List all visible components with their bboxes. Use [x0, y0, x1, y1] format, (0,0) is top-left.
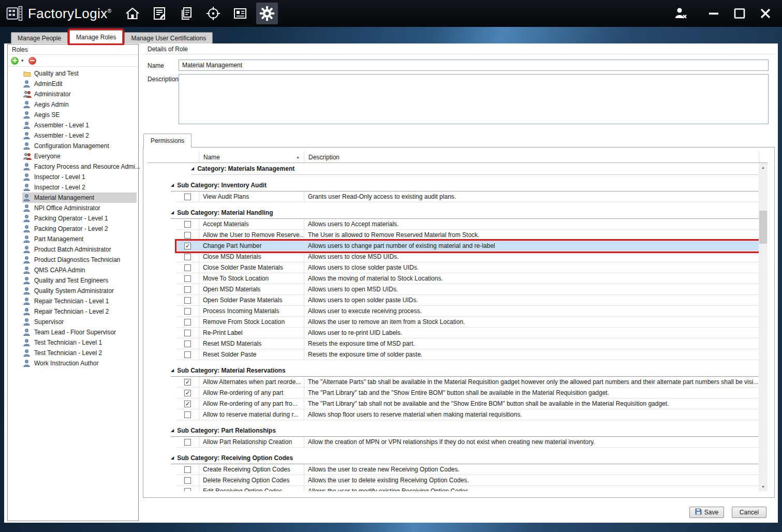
permission-checkbox[interactable] — [184, 264, 191, 271]
permission-checkbox[interactable] — [184, 351, 191, 358]
expander-icon[interactable]: ◢ — [171, 428, 174, 433]
permission-row[interactable]: Re-Print LabelAllows user to re-print UI… — [176, 328, 759, 338]
settings-icon[interactable] — [256, 3, 278, 24]
permission-checkbox[interactable] — [184, 221, 191, 228]
expander-icon[interactable]: ◢ — [171, 456, 174, 460]
production-icon[interactable] — [149, 3, 170, 24]
tab-manage-roles[interactable]: Manage Roles — [69, 30, 123, 43]
maximize-icon[interactable] — [731, 5, 748, 22]
permission-row[interactable]: Close MSD MaterialsAllows users to close… — [176, 252, 759, 262]
save-button[interactable]: Save — [689, 507, 724, 518]
role-item-product-batch-administrator[interactable]: Product Batch Administrator — [8, 244, 138, 255]
permission-checkbox[interactable] — [184, 232, 191, 239]
role-item-repair-technician-level-2[interactable]: Repair Technician - Level 2 — [8, 306, 138, 317]
role-name-field[interactable] — [179, 60, 769, 71]
permission-row[interactable]: Allow to reserve material during r...All… — [176, 409, 759, 420]
permission-checkbox[interactable]: ✓ — [184, 401, 191, 407]
category-header[interactable]: ◢Category: Materials Management — [191, 163, 759, 175]
permission-checkbox[interactable] — [184, 254, 191, 260]
expander-icon[interactable]: ◢ — [191, 167, 194, 171]
permission-checkbox[interactable] — [184, 286, 191, 293]
permission-row[interactable]: Create Receiving Option CodesAllows the … — [176, 464, 759, 475]
scrollbar-thumb[interactable] — [759, 211, 767, 244]
expander-icon[interactable]: ◢ — [171, 183, 174, 187]
permission-row[interactable]: ✓Allow Re-ordering of any partThe "Part … — [176, 388, 759, 398]
permission-checkbox[interactable] — [184, 488, 191, 492]
scroll-down-icon[interactable]: ▼ — [759, 482, 768, 491]
tab-manage-user-certifications[interactable]: Manage User Certifications — [124, 32, 213, 43]
remove-role-button[interactable] — [28, 57, 36, 65]
permission-row[interactable]: Remove From Stock LocationAllows the use… — [176, 317, 759, 328]
role-item-repair-technician-level-1[interactable]: Repair Technician - Level 1 — [8, 296, 138, 306]
expander-icon[interactable]: ◢ — [171, 211, 174, 215]
permission-row[interactable]: Delete Receiving Option CodesAllows the … — [176, 475, 759, 486]
role-item-test-technician-level-2[interactable]: Test Technician - Level 2 — [8, 348, 138, 358]
permission-checkbox[interactable]: ✓ — [184, 243, 191, 249]
role-item-aegis-admin[interactable]: Aegis Admin — [8, 99, 138, 110]
reports-icon[interactable] — [229, 3, 251, 24]
subcategory-header[interactable]: ◢Sub Category: Inventory Audit — [171, 179, 759, 191]
minimize-icon[interactable] — [705, 5, 722, 22]
role-item-quality-and-test-engineers[interactable]: Quality and Test Engineers — [8, 275, 138, 286]
description-column-header[interactable]: Description — [304, 152, 759, 162]
tab-manage-people[interactable]: Manage People — [11, 32, 68, 43]
subcategory-header[interactable]: ◢Sub Category: Material Reservations — [171, 364, 759, 377]
role-item-npi-office-administrator[interactable]: NPI Office Administrator — [8, 203, 138, 213]
permission-row[interactable]: Reset Solder PasteResets the exposure ti… — [176, 349, 759, 360]
cancel-button[interactable]: Cancel — [732, 507, 766, 518]
add-role-button[interactable] — [11, 57, 19, 65]
permission-row[interactable]: Reset MSD MaterialsResets the exposure t… — [176, 338, 759, 349]
role-item-work-instruction-author[interactable]: Work Instruction Author — [8, 358, 138, 368]
permission-row[interactable]: Open MSD MaterialsAllows users to open M… — [176, 284, 759, 295]
permission-checkbox[interactable]: ✓ — [184, 379, 191, 386]
permission-row[interactable]: Allow the User to Remove Reserve...The U… — [176, 230, 759, 241]
permission-checkbox[interactable] — [184, 319, 191, 326]
permission-row[interactable]: Close Solder Paste MaterialsAllows users… — [176, 262, 759, 273]
vertical-scrollbar[interactable]: ▲ ▼ — [759, 163, 768, 491]
permission-row[interactable]: Move To Stock LocationAllows the moving … — [176, 273, 759, 284]
permission-checkbox[interactable]: ✓ — [184, 390, 191, 396]
role-item-inspector-level-1[interactable]: Inspector - Level 1 — [8, 172, 138, 182]
permission-row[interactable]: Process Incoming MaterialsAllows user to… — [176, 306, 759, 317]
role-item-supervisor[interactable]: Supervisor — [8, 317, 138, 327]
permission-row[interactable]: Accept MaterialsAllows users to Accept m… — [176, 219, 759, 230]
role-item-team-lead-floor-supervisor[interactable]: Team Lead - Floor Supervisor — [8, 327, 138, 337]
permission-checkbox[interactable] — [184, 341, 191, 347]
permission-checkbox[interactable] — [184, 411, 191, 418]
subcategory-header[interactable]: ◢Sub Category: Receiving Option Codes — [171, 452, 759, 464]
permission-row[interactable]: ✓Allow Re-ordering of any part fro...The… — [176, 398, 759, 409]
permission-row[interactable]: Edit Receiving Option CodesAllows the us… — [176, 486, 759, 491]
subcategory-header[interactable]: ◢Sub Category: Material Handling — [171, 206, 759, 219]
permission-checkbox[interactable] — [184, 439, 191, 446]
role-item-administrator[interactable]: Administrator — [8, 89, 138, 99]
permission-checkbox[interactable] — [184, 330, 191, 336]
role-item-adminedit[interactable]: AdminEdit — [8, 79, 138, 89]
permission-checkbox[interactable] — [184, 308, 191, 315]
expander-icon[interactable]: ◢ — [171, 368, 174, 373]
role-item-packing-operator-level-1[interactable]: Packing Operator - Level 1 — [8, 213, 138, 224]
permission-row[interactable]: Open Solder Paste MaterialsAllows users … — [176, 295, 759, 306]
role-item-assembler-level-2[interactable]: Assembler - Level 2 — [8, 130, 138, 141]
role-item-assembler-level-1[interactable]: Assembler - Level 1 — [8, 120, 138, 130]
permission-checkbox[interactable] — [184, 477, 191, 484]
scroll-up-icon[interactable]: ▲ — [759, 163, 768, 172]
dispatch-icon[interactable] — [202, 3, 224, 24]
role-item-aegis-se[interactable]: Aegis SE — [8, 110, 138, 120]
permission-row[interactable]: ✓Change Part NumberAllows users to chang… — [176, 241, 759, 252]
role-item-quality-and-test[interactable]: Quality and Test — [8, 68, 138, 79]
role-item-qms-capa-admin[interactable]: QMS CAPA Admin — [8, 265, 138, 275]
logoff-icon[interactable] — [672, 5, 689, 22]
role-item-test-technician-level-1[interactable]: Test Technician - Level 1 — [8, 337, 138, 348]
permission-row[interactable]: Allow Part Relationship CreationAllow th… — [176, 437, 759, 448]
role-item-quality-system-administrator[interactable]: Quality System Administrator — [8, 286, 138, 296]
permission-checkbox[interactable] — [184, 275, 191, 282]
permission-checkbox[interactable] — [184, 297, 191, 304]
add-role-dropdown-icon[interactable]: ▾ — [20, 58, 25, 63]
permission-row[interactable]: View Audit PlansGrants user Read-Only ac… — [176, 191, 759, 202]
permission-row[interactable]: ✓Allow Alternates when part reorde...The… — [176, 377, 759, 388]
close-icon[interactable] — [757, 5, 774, 22]
permission-checkbox[interactable] — [184, 194, 191, 200]
subcategory-header[interactable]: ◢Sub Category: Part Relationships — [171, 424, 759, 437]
role-item-everyone[interactable]: Everyone — [8, 151, 138, 161]
name-column-header[interactable]: Name ▲ — [199, 152, 304, 162]
